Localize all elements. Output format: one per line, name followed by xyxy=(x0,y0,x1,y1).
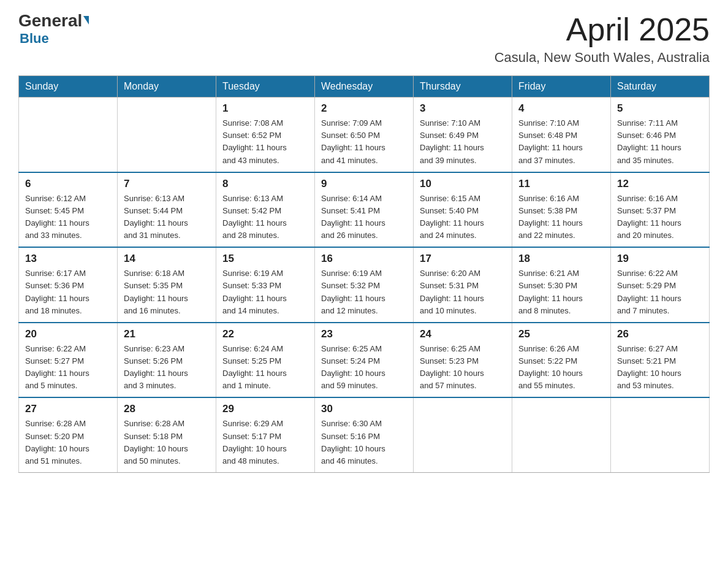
day-info: Sunrise: 6:15 AMSunset: 5:40 PMDaylight:… xyxy=(420,193,506,242)
day-number: 19 xyxy=(617,253,703,265)
calendar-cell xyxy=(118,98,216,172)
calendar-cell: 28Sunrise: 6:28 AMSunset: 5:18 PMDayligh… xyxy=(118,397,216,472)
calendar-cell: 30Sunrise: 6:30 AMSunset: 5:16 PMDayligh… xyxy=(315,397,414,472)
day-number: 15 xyxy=(222,253,308,265)
calendar-cell: 7Sunrise: 6:13 AMSunset: 5:44 PMDaylight… xyxy=(118,172,216,248)
calendar-header-tuesday: Tuesday xyxy=(216,76,315,98)
calendar-cell: 3Sunrise: 7:10 AMSunset: 6:49 PMDaylight… xyxy=(414,98,512,172)
day-info: Sunrise: 7:10 AMSunset: 6:49 PMDaylight:… xyxy=(420,117,506,167)
day-number: 21 xyxy=(124,328,210,340)
day-info: Sunrise: 6:13 AMSunset: 5:42 PMDaylight:… xyxy=(222,193,308,242)
day-info: Sunrise: 6:19 AMSunset: 5:32 PMDaylight:… xyxy=(321,267,407,317)
calendar-cell xyxy=(611,397,710,472)
calendar-cell: 11Sunrise: 6:16 AMSunset: 5:38 PMDayligh… xyxy=(512,172,611,248)
day-number: 8 xyxy=(222,178,308,190)
day-info: Sunrise: 6:21 AMSunset: 5:30 PMDaylight:… xyxy=(518,267,604,317)
calendar-cell: 6Sunrise: 6:12 AMSunset: 5:45 PMDaylight… xyxy=(19,172,118,248)
calendar-cell: 21Sunrise: 6:23 AMSunset: 5:26 PMDayligh… xyxy=(118,323,216,398)
calendar-cell: 2Sunrise: 7:09 AMSunset: 6:50 PMDaylight… xyxy=(315,98,414,172)
day-info: Sunrise: 6:20 AMSunset: 5:31 PMDaylight:… xyxy=(420,267,506,317)
calendar-cell: 19Sunrise: 6:22 AMSunset: 5:29 PMDayligh… xyxy=(611,247,710,323)
calendar-cell: 15Sunrise: 6:19 AMSunset: 5:33 PMDayligh… xyxy=(216,247,315,323)
calendar-cell: 16Sunrise: 6:19 AMSunset: 5:32 PMDayligh… xyxy=(315,247,414,323)
calendar-cell: 17Sunrise: 6:20 AMSunset: 5:31 PMDayligh… xyxy=(414,247,512,323)
day-info: Sunrise: 6:26 AMSunset: 5:22 PMDaylight:… xyxy=(518,343,604,393)
calendar-cell: 29Sunrise: 6:29 AMSunset: 5:17 PMDayligh… xyxy=(216,397,315,472)
calendar-cell: 4Sunrise: 7:10 AMSunset: 6:48 PMDaylight… xyxy=(512,98,611,172)
day-number: 18 xyxy=(518,253,604,265)
day-info: Sunrise: 6:18 AMSunset: 5:35 PMDaylight:… xyxy=(124,267,210,317)
day-number: 25 xyxy=(518,328,604,340)
day-info: Sunrise: 6:25 AMSunset: 5:24 PMDaylight:… xyxy=(321,343,407,393)
calendar-table: SundayMondayTuesdayWednesdayThursdayFrid… xyxy=(18,75,710,473)
day-info: Sunrise: 6:17 AMSunset: 5:36 PMDaylight:… xyxy=(25,267,111,317)
day-number: 26 xyxy=(617,328,703,340)
day-info: Sunrise: 6:19 AMSunset: 5:33 PMDaylight:… xyxy=(222,267,308,317)
location-title: Casula, New South Wales, Australia xyxy=(495,50,710,66)
month-title: April 2025 xyxy=(495,12,710,47)
calendar-header-friday: Friday xyxy=(512,76,611,98)
page-header: General Blue April 2025 Casula, New Sout… xyxy=(18,12,710,66)
day-number: 22 xyxy=(222,328,308,340)
day-info: Sunrise: 6:14 AMSunset: 5:41 PMDaylight:… xyxy=(321,193,407,242)
calendar-cell: 1Sunrise: 7:08 AMSunset: 6:52 PMDaylight… xyxy=(216,98,315,172)
day-number: 20 xyxy=(25,328,111,340)
calendar-cell: 23Sunrise: 6:25 AMSunset: 5:24 PMDayligh… xyxy=(315,323,414,398)
day-number: 28 xyxy=(124,403,210,415)
day-info: Sunrise: 6:25 AMSunset: 5:23 PMDaylight:… xyxy=(420,343,506,393)
calendar-cell: 13Sunrise: 6:17 AMSunset: 5:36 PMDayligh… xyxy=(19,247,118,323)
logo: General Blue xyxy=(18,12,89,47)
day-number: 2 xyxy=(321,102,407,115)
day-number: 6 xyxy=(25,178,111,190)
calendar-cell: 18Sunrise: 6:21 AMSunset: 5:30 PMDayligh… xyxy=(512,247,611,323)
calendar-header-row: SundayMondayTuesdayWednesdayThursdayFrid… xyxy=(19,76,710,98)
calendar-week-row: 6Sunrise: 6:12 AMSunset: 5:45 PMDaylight… xyxy=(19,172,710,248)
day-number: 4 xyxy=(518,102,604,115)
calendar-cell: 26Sunrise: 6:27 AMSunset: 5:21 PMDayligh… xyxy=(611,323,710,398)
day-info: Sunrise: 7:11 AMSunset: 6:46 PMDaylight:… xyxy=(617,117,703,167)
day-number: 24 xyxy=(420,328,506,340)
calendar-week-row: 13Sunrise: 6:17 AMSunset: 5:36 PMDayligh… xyxy=(19,247,710,323)
calendar-cell: 9Sunrise: 6:14 AMSunset: 5:41 PMDaylight… xyxy=(315,172,414,248)
day-info: Sunrise: 6:24 AMSunset: 5:25 PMDaylight:… xyxy=(222,343,308,393)
calendar-header-thursday: Thursday xyxy=(414,76,512,98)
calendar-cell: 22Sunrise: 6:24 AMSunset: 5:25 PMDayligh… xyxy=(216,323,315,398)
day-number: 1 xyxy=(222,102,308,115)
day-info: Sunrise: 6:28 AMSunset: 5:18 PMDaylight:… xyxy=(124,418,210,467)
day-number: 12 xyxy=(617,178,703,190)
day-info: Sunrise: 7:09 AMSunset: 6:50 PMDaylight:… xyxy=(321,117,407,167)
day-info: Sunrise: 6:16 AMSunset: 5:38 PMDaylight:… xyxy=(518,193,604,242)
day-number: 30 xyxy=(321,403,407,415)
day-number: 13 xyxy=(25,253,111,265)
day-info: Sunrise: 6:29 AMSunset: 5:17 PMDaylight:… xyxy=(222,418,308,467)
day-info: Sunrise: 6:12 AMSunset: 5:45 PMDaylight:… xyxy=(25,193,111,242)
day-number: 29 xyxy=(222,403,308,415)
day-info: Sunrise: 7:10 AMSunset: 6:48 PMDaylight:… xyxy=(518,117,604,167)
day-info: Sunrise: 6:23 AMSunset: 5:26 PMDaylight:… xyxy=(124,343,210,393)
day-info: Sunrise: 6:27 AMSunset: 5:21 PMDaylight:… xyxy=(617,343,703,393)
calendar-cell: 12Sunrise: 6:16 AMSunset: 5:37 PMDayligh… xyxy=(611,172,710,248)
day-number: 11 xyxy=(518,178,604,190)
calendar-cell: 5Sunrise: 7:11 AMSunset: 6:46 PMDaylight… xyxy=(611,98,710,172)
calendar-cell: 24Sunrise: 6:25 AMSunset: 5:23 PMDayligh… xyxy=(414,323,512,398)
calendar-cell xyxy=(19,98,118,172)
calendar-cell: 20Sunrise: 6:22 AMSunset: 5:27 PMDayligh… xyxy=(19,323,118,398)
day-number: 9 xyxy=(321,178,407,190)
logo-blue-text: Blue xyxy=(18,31,49,47)
day-info: Sunrise: 6:22 AMSunset: 5:27 PMDaylight:… xyxy=(25,343,111,393)
calendar-header-wednesday: Wednesday xyxy=(315,76,414,98)
calendar-cell: 8Sunrise: 6:13 AMSunset: 5:42 PMDaylight… xyxy=(216,172,315,248)
calendar-header-monday: Monday xyxy=(118,76,216,98)
calendar-cell: 25Sunrise: 6:26 AMSunset: 5:22 PMDayligh… xyxy=(512,323,611,398)
day-number: 3 xyxy=(420,102,506,115)
calendar-cell xyxy=(414,397,512,472)
calendar-week-row: 1Sunrise: 7:08 AMSunset: 6:52 PMDaylight… xyxy=(19,98,710,172)
day-info: Sunrise: 6:30 AMSunset: 5:16 PMDaylight:… xyxy=(321,418,407,467)
day-number: 14 xyxy=(124,253,210,265)
logo-triangle-icon xyxy=(83,16,89,25)
day-number: 7 xyxy=(124,178,210,190)
day-info: Sunrise: 6:28 AMSunset: 5:20 PMDaylight:… xyxy=(25,418,111,467)
calendar-cell: 27Sunrise: 6:28 AMSunset: 5:20 PMDayligh… xyxy=(19,397,118,472)
calendar-cell: 14Sunrise: 6:18 AMSunset: 5:35 PMDayligh… xyxy=(118,247,216,323)
calendar-week-row: 20Sunrise: 6:22 AMSunset: 5:27 PMDayligh… xyxy=(19,323,710,398)
